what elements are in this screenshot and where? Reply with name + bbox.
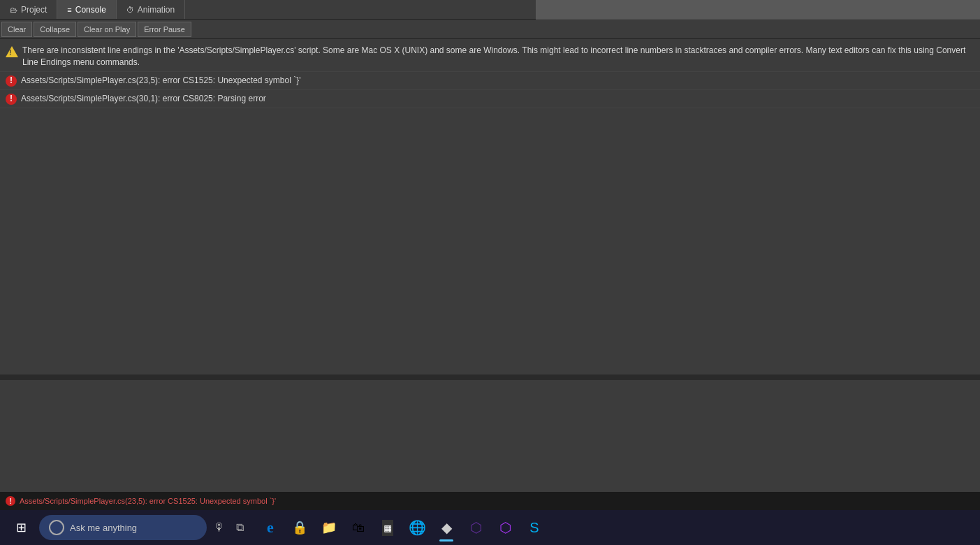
start-button[interactable]: ⊞ <box>6 512 36 543</box>
log-entry-error-2[interactable]: ! Assets/Scripts/SimplePlayer.cs(30,1): … <box>0 90 980 108</box>
console-toolbar: Clear Collapse Clear on Play Error Pause <box>0 20 980 39</box>
collapse-button[interactable]: Collapse <box>34 22 76 37</box>
status-error-text: Assets/Scripts/SimplePlayer.cs(23,5): er… <box>20 497 276 505</box>
unity-checker-icon: ▦ <box>382 520 393 536</box>
console-output: There are inconsistent line endings in t… <box>0 39 980 375</box>
panel-divider[interactable] <box>0 375 980 380</box>
status-bar: ! Assets/Scripts/SimplePlayer.cs(23,5): … <box>0 492 980 510</box>
warning-icon <box>6 46 18 57</box>
taskbar: ⊞ Ask me anything 🎙 ⧉ e 🔒 📁 🛍 ▦ <box>0 510 980 545</box>
taskbar-security[interactable]: 🔒 <box>286 512 314 543</box>
error-icon-2: ! <box>6 94 17 105</box>
taskbar-edge[interactable]: e <box>256 512 284 543</box>
log-entry-error-1[interactable]: ! Assets/Scripts/SimplePlayer.cs(23,5): … <box>0 72 980 90</box>
taskbar-app-icons: e 🔒 📁 🛍 ▦ 🌐 ◆ ⬡ ⬡ <box>256 512 548 543</box>
tab-console[interactable]: ≡ Console <box>57 0 116 19</box>
explorer-icon: 📁 <box>321 520 337 535</box>
console-icon: ≡ <box>67 6 71 14</box>
clear-button[interactable]: Clear <box>1 22 32 37</box>
vs-purple-icon: ⬡ <box>499 519 511 536</box>
taskbar-search[interactable]: Ask me anything <box>39 515 207 540</box>
log-entry-warning[interactable]: There are inconsistent line endings in t… <box>0 42 980 72</box>
log-warning-text: There are inconsistent line endings in t… <box>22 45 974 68</box>
tab-project-label: Project <box>21 5 47 15</box>
error-icon-1: ! <box>6 75 17 87</box>
project-icon: 🗁 <box>10 6 17 14</box>
taskbar-unity-checker[interactable]: ▦ <box>374 512 402 543</box>
log-error-text-2: Assets/Scripts/SimplePlayer.cs(30,1): er… <box>21 93 974 105</box>
skype-icon: S <box>529 520 539 536</box>
task-view-button[interactable]: ⧉ <box>232 518 248 537</box>
status-error-icon: ! <box>6 496 15 506</box>
taskbar-vs-blue[interactable]: ⬡ <box>462 512 490 543</box>
store-icon: 🛍 <box>352 521 365 535</box>
mic-button[interactable]: 🎙 <box>210 518 229 537</box>
tab-project[interactable]: 🗁 Project <box>0 0 57 19</box>
search-circle-icon <box>49 520 64 535</box>
taskbar-store[interactable]: 🛍 <box>344 512 372 543</box>
mic-icon: 🎙 <box>214 521 225 533</box>
log-error-text-1: Assets/Scripts/SimplePlayer.cs(23,5): er… <box>21 75 974 87</box>
chrome-icon: 🌐 <box>409 519 426 536</box>
tab-console-label: Console <box>75 5 106 15</box>
error-pause-button[interactable]: Error Pause <box>138 22 191 37</box>
tab-animation[interactable]: ⏱ Animation <box>117 0 185 19</box>
start-icon: ⊞ <box>16 520 27 535</box>
animation-icon: ⏱ <box>126 6 134 14</box>
taskbar-unity[interactable]: ◆ <box>432 512 460 543</box>
search-input-label: Ask me anything <box>70 523 137 533</box>
security-icon: 🔒 <box>292 520 307 535</box>
tab-animation-label: Animation <box>138 5 175 15</box>
unity-icon: ◆ <box>441 519 452 536</box>
taskbar-explorer[interactable]: 📁 <box>315 512 343 543</box>
taskbar-skype[interactable]: S <box>520 512 548 543</box>
clear-on-play-button[interactable]: Clear on Play <box>78 22 136 37</box>
taskbar-chrome[interactable]: 🌐 <box>403 512 431 543</box>
task-view-icon: ⧉ <box>236 521 244 533</box>
taskbar-vs-purple[interactable]: ⬡ <box>491 512 519 543</box>
edge-icon: e <box>267 518 274 537</box>
vs-blue-icon: ⬡ <box>470 519 482 536</box>
